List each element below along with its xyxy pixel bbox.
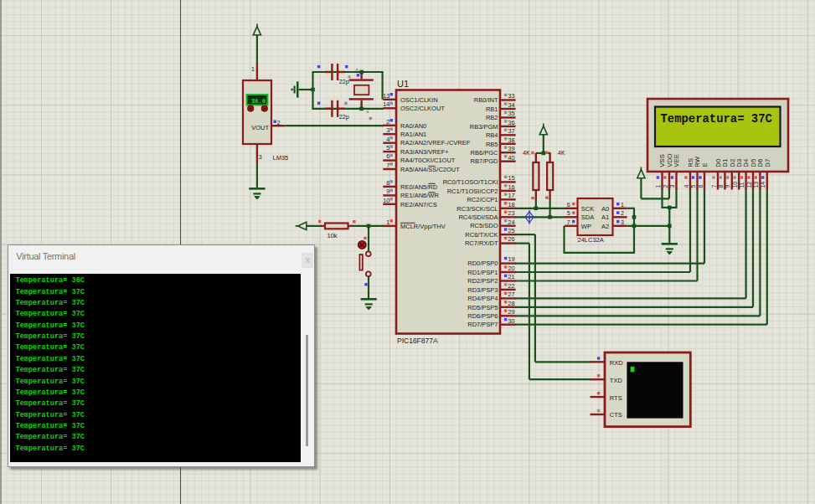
svg-text:26: 26 [508,235,514,243]
svg-text:CTS: CTS [610,411,622,419]
svg-text:RB1: RB1 [486,105,498,113]
svg-text:RC7/RX/DT: RC7/RX/DT [465,239,498,247]
svg-text:RC2/CCP1: RC2/CCP1 [467,196,498,203]
svg-text:RB0/INT: RB0/INT [474,96,498,104]
svg-text:RE1/AN6/WR: RE1/AN6/WR [400,192,439,199]
svg-text:2: 2 [663,185,668,188]
svg-text:RD2/PSP2: RD2/PSP2 [467,277,498,285]
svg-text:RB7/PGD: RB7/PGD [471,157,499,165]
svg-text:SCK: SCK [581,205,594,213]
svg-text:RC0/T1OSO/T1CKI: RC0/T1OSO/T1CKI [443,178,498,186]
svg-text:RTS: RTS [610,394,622,402]
svg-text:PIC16F877A: PIC16F877A [397,337,438,345]
svg-text:2: 2 [386,118,389,126]
svg-text:18: 18 [508,201,514,208]
svg-text:28: 28 [508,300,514,307]
svg-text:7: 7 [711,185,717,188]
svg-text:39: 39 [508,145,514,152]
svg-text:13: 13 [383,92,389,100]
svg-text:RXD: RXD [610,359,623,367]
svg-text:12: 12 [746,182,752,188]
svg-text:29: 29 [508,308,514,316]
svg-text:RA0/AN0: RA0/AN0 [400,122,426,130]
svg-text:RD0/PSP0: RD0/PSP0 [467,260,498,267]
svg-text:19: 19 [508,255,514,263]
svg-text:RB5: RB5 [486,141,498,148]
svg-text:RD4/PSP4: RD4/PSP4 [467,295,498,302]
svg-text:LM35: LM35 [273,154,289,162]
svg-text:3: 3 [669,185,675,188]
svg-text:1: 1 [621,202,624,208]
svg-text:SDA: SDA [581,213,594,221]
svg-text:RE0/AN5/RD: RE0/AN5/RD [400,183,438,191]
svg-text:MCLR/Vpp/THV: MCLR/Vpp/THV [400,223,446,230]
svg-text:10: 10 [732,182,738,188]
svg-text:2: 2 [621,210,624,216]
svg-text:U1: U1 [397,79,409,89]
svg-text:RD5/PSP5: RD5/PSP5 [467,304,498,311]
svg-text:15: 15 [508,174,514,182]
svg-text:RA4/T0CKI/C1OUT: RA4/T0CKI/C1OUT [400,157,456,164]
svg-text:40: 40 [508,154,514,162]
svg-text:RD1/PSP1: RD1/PSP1 [467,269,498,276]
svg-text:5: 5 [690,185,696,188]
svg-text:A0: A0 [601,205,609,213]
svg-text:4: 4 [386,136,389,143]
svg-text:VEE: VEE [673,154,680,167]
svg-text:0: 0 [356,68,358,73]
svg-text:30: 30 [508,317,514,325]
svg-text:4K: 4K [523,149,530,157]
svg-text:4: 4 [683,185,689,188]
svg-text:5: 5 [386,144,389,152]
svg-text:13: 13 [753,182,759,188]
svg-text:22p: 22p [339,78,349,85]
svg-text:1: 1 [251,66,255,72]
svg-text:5: 5 [567,210,570,216]
svg-text:24: 24 [508,219,514,226]
svg-text:23: 23 [508,209,514,217]
svg-text:6: 6 [567,202,570,208]
svg-text:RD6/PSP6: RD6/PSP6 [467,312,498,320]
svg-text:22p: 22p [339,113,349,121]
svg-text:RC5/SDO: RC5/SDO [470,222,498,229]
svg-text:36: 36 [508,119,514,126]
svg-text:VOUT: VOUT [251,124,269,131]
svg-text:33: 33 [508,92,514,100]
svg-text:25: 25 [508,227,514,234]
svg-text:RA2/AN2/VREF-/CVREF: RA2/AN2/VREF-/CVREF [400,139,471,147]
svg-text:RD7/PSP7: RD7/PSP7 [467,321,498,328]
svg-text:35: 35 [508,110,514,117]
svg-text:RE2/AN7/CS: RE2/AN7/CS [400,201,437,208]
svg-text:TXD: TXD [610,377,623,384]
svg-text:22: 22 [508,282,514,290]
svg-text:16: 16 [508,183,514,191]
svg-text:1: 1 [386,219,389,226]
svg-text:2: 2 [277,120,281,126]
svg-text:RC1/T1OSI/CCP2: RC1/T1OSI/CCP2 [447,188,498,195]
svg-text:1: 1 [655,185,661,188]
svg-text:RA3/AN3/VREF+: RA3/AN3/VREF+ [400,148,449,156]
svg-text:38: 38 [508,136,514,144]
svg-text:RC3/SCK/SCL: RC3/SCK/SCL [457,205,498,213]
svg-text:RA1/AN1: RA1/AN1 [400,131,426,138]
svg-text:9: 9 [386,188,389,195]
svg-text:OSC1/CLKIN: OSC1/CLKIN [400,96,438,104]
svg-text:14: 14 [760,182,766,188]
svg-text:RB6/PGC: RB6/PGC [471,149,499,157]
svg-text:RB3/PGM: RB3/PGM [470,123,498,131]
svg-text:D7: D7 [764,159,771,167]
svg-text:6: 6 [386,152,389,160]
svg-text:36.0: 36.0 [251,98,266,105]
svg-text:11: 11 [739,182,745,188]
svg-text:24LC32A: 24LC32A [578,236,604,244]
svg-text:E: E [701,162,709,167]
svg-text:34: 34 [508,101,514,109]
svg-text:8: 8 [718,185,724,188]
svg-text:3: 3 [621,219,624,225]
svg-text:9: 9 [725,185,730,188]
svg-text:10k: 10k [328,232,338,239]
svg-text:RA5/AN4/SS/C2OUT: RA5/AN4/SS/C2OUT [400,166,460,173]
svg-text:27: 27 [508,291,514,298]
svg-text:RD3/PSP3: RD3/PSP3 [467,286,498,294]
svg-text:Temperatura= 37C: Temperatura= 37C [661,112,772,126]
